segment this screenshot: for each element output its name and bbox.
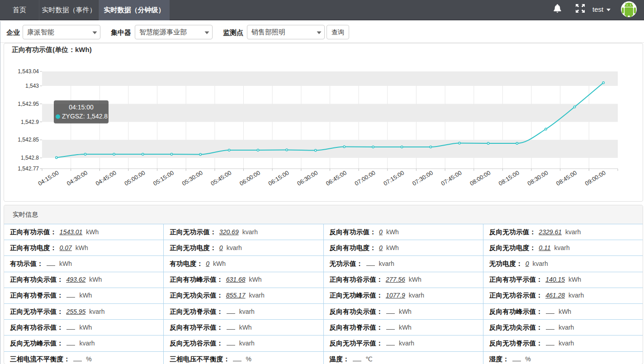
svg-text:1,543: 1,543 [25,83,39,89]
svg-text:04:15:00: 04:15:00 [37,169,60,187]
svg-text:06:00:00: 06:00:00 [238,169,261,187]
svg-text:1,542.85: 1,542.85 [18,137,39,143]
svg-text:06:45:00: 06:45:00 [325,169,348,187]
svg-text:1,543.04: 1,543.04 [18,68,39,75]
svg-text:08:30:00: 08:30:00 [526,169,549,187]
svg-text:05:00:00: 05:00:00 [123,169,146,187]
svg-text:09:00:00: 09:00:00 [584,169,607,187]
svg-text:1,542.8: 1,542.8 [21,155,39,161]
svg-text:08:15:00: 08:15:00 [497,169,521,187]
svg-text:08:00:00: 08:00:00 [469,169,492,187]
svg-text:1,542.9: 1,542.9 [21,119,39,125]
svg-text:1,542.77: 1,542.77 [18,165,39,172]
svg-text:06:15:00: 06:15:00 [267,169,290,187]
svg-text:06:30:00: 06:30:00 [296,169,319,187]
svg-text:07:00:00: 07:00:00 [354,169,377,187]
svg-text:1,542.95: 1,542.95 [18,101,39,107]
svg-text:05:30:00: 05:30:00 [181,169,204,187]
svg-text:07:30:00: 07:30:00 [411,169,434,187]
svg-text:04:45:00: 04:45:00 [95,169,118,187]
svg-text:04:30:00: 04:30:00 [66,169,89,187]
svg-text:05:45:00: 05:45:00 [209,169,232,187]
svg-text:07:15:00: 07:15:00 [382,169,405,187]
svg-text:08:45:00: 08:45:00 [555,169,578,187]
svg-text:07:45:00: 07:45:00 [440,169,463,187]
svg-text:05:15:00: 05:15:00 [152,169,175,187]
